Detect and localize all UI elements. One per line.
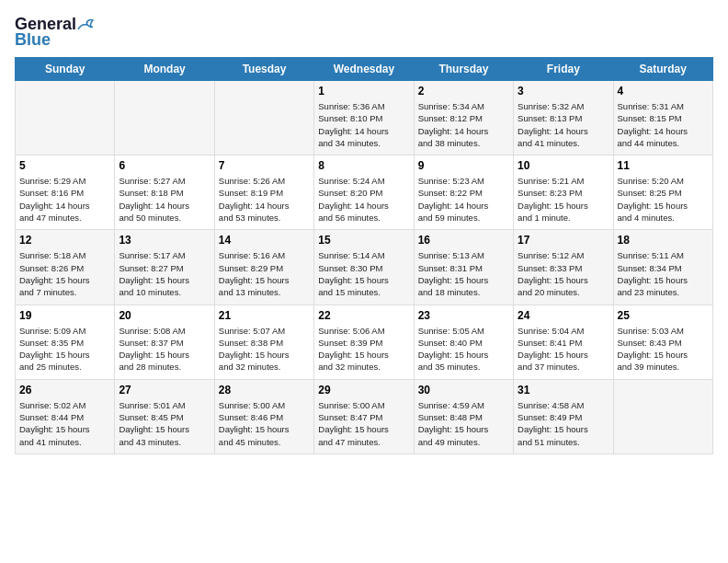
calendar-cell: 24Sunrise: 5:04 AM Sunset: 8:41 PM Dayli… bbox=[514, 304, 613, 379]
calendar-cell: 21Sunrise: 5:07 AM Sunset: 8:38 PM Dayli… bbox=[214, 304, 313, 379]
day-number: 28 bbox=[219, 384, 310, 396]
calendar-cell: 25Sunrise: 5:03 AM Sunset: 8:43 PM Dayli… bbox=[613, 304, 712, 379]
calendar-cell: 7Sunrise: 5:26 AM Sunset: 8:19 PM Daylig… bbox=[214, 155, 313, 230]
calendar-cell: 10Sunrise: 5:21 AM Sunset: 8:23 PM Dayli… bbox=[514, 155, 613, 230]
calendar-week-5: 26Sunrise: 5:02 AM Sunset: 8:44 PM Dayli… bbox=[16, 379, 713, 454]
day-content: Sunrise: 5:17 AM Sunset: 8:27 PM Dayligh… bbox=[119, 249, 210, 298]
day-content: Sunrise: 5:00 AM Sunset: 8:47 PM Dayligh… bbox=[318, 399, 409, 448]
day-number: 13 bbox=[119, 234, 210, 247]
day-number: 17 bbox=[518, 234, 609, 247]
day-content: Sunrise: 5:21 AM Sunset: 8:23 PM Dayligh… bbox=[518, 175, 609, 224]
calendar-cell: 28Sunrise: 5:00 AM Sunset: 8:46 PM Dayli… bbox=[214, 379, 313, 454]
calendar-cell: 8Sunrise: 5:24 AM Sunset: 8:20 PM Daylig… bbox=[314, 155, 414, 230]
day-number: 3 bbox=[518, 85, 609, 98]
day-number: 11 bbox=[618, 159, 709, 172]
page-header: General Blue bbox=[15, 15, 713, 50]
calendar-cell bbox=[214, 81, 313, 155]
day-content: Sunrise: 5:09 AM Sunset: 8:35 PM Dayligh… bbox=[19, 325, 110, 373]
calendar-cell bbox=[115, 81, 214, 155]
calendar-cell: 12Sunrise: 5:18 AM Sunset: 8:26 PM Dayli… bbox=[16, 230, 115, 304]
calendar-cell: 18Sunrise: 5:11 AM Sunset: 8:34 PM Dayli… bbox=[613, 230, 712, 304]
day-content: Sunrise: 5:31 AM Sunset: 8:15 PM Dayligh… bbox=[618, 100, 709, 149]
calendar-cell: 9Sunrise: 5:23 AM Sunset: 8:22 PM Daylig… bbox=[414, 155, 513, 230]
calendar-week-1: 1Sunrise: 5:36 AM Sunset: 8:10 PM Daylig… bbox=[16, 81, 713, 155]
calendar-header: SundayMondayTuesdayWednesdayThursdayFrid… bbox=[16, 58, 713, 81]
calendar-week-2: 5Sunrise: 5:29 AM Sunset: 8:16 PM Daylig… bbox=[16, 155, 713, 230]
day-content: Sunrise: 5:05 AM Sunset: 8:40 PM Dayligh… bbox=[418, 325, 509, 373]
calendar-cell: 26Sunrise: 5:02 AM Sunset: 8:44 PM Dayli… bbox=[16, 379, 115, 454]
day-number: 16 bbox=[418, 234, 509, 247]
day-content: Sunrise: 5:08 AM Sunset: 8:37 PM Dayligh… bbox=[119, 325, 210, 373]
day-content: Sunrise: 5:23 AM Sunset: 8:22 PM Dayligh… bbox=[418, 175, 509, 224]
day-number: 21 bbox=[219, 309, 310, 322]
header-wednesday: Wednesday bbox=[314, 58, 414, 81]
header-row: SundayMondayTuesdayWednesdayThursdayFrid… bbox=[16, 58, 713, 81]
header-friday: Friday bbox=[514, 58, 613, 81]
day-content: Sunrise: 5:29 AM Sunset: 8:16 PM Dayligh… bbox=[19, 175, 110, 224]
day-content: Sunrise: 5:24 AM Sunset: 8:20 PM Dayligh… bbox=[318, 175, 409, 224]
calendar-cell bbox=[16, 81, 115, 155]
calendar-cell bbox=[613, 379, 712, 454]
day-content: Sunrise: 5:13 AM Sunset: 8:31 PM Dayligh… bbox=[418, 249, 509, 298]
day-number: 10 bbox=[518, 159, 609, 172]
day-number: 5 bbox=[19, 159, 110, 172]
calendar-cell: 2Sunrise: 5:34 AM Sunset: 8:12 PM Daylig… bbox=[414, 81, 513, 155]
day-number: 24 bbox=[518, 309, 609, 322]
header-sunday: Sunday bbox=[16, 58, 115, 81]
day-number: 15 bbox=[318, 234, 409, 247]
calendar-table: SundayMondayTuesdayWednesdayThursdayFrid… bbox=[15, 57, 713, 454]
day-number: 9 bbox=[418, 159, 509, 172]
day-number: 26 bbox=[19, 384, 110, 396]
day-number: 20 bbox=[119, 309, 210, 322]
calendar-cell: 23Sunrise: 5:05 AM Sunset: 8:40 PM Dayli… bbox=[414, 304, 513, 379]
day-content: Sunrise: 5:27 AM Sunset: 8:18 PM Dayligh… bbox=[119, 175, 210, 224]
calendar-cell: 30Sunrise: 4:59 AM Sunset: 8:48 PM Dayli… bbox=[414, 379, 513, 454]
day-content: Sunrise: 5:00 AM Sunset: 8:46 PM Dayligh… bbox=[219, 399, 310, 448]
day-number: 31 bbox=[518, 384, 609, 396]
calendar-week-4: 19Sunrise: 5:09 AM Sunset: 8:35 PM Dayli… bbox=[16, 304, 713, 379]
calendar-cell: 27Sunrise: 5:01 AM Sunset: 8:45 PM Dayli… bbox=[115, 379, 214, 454]
calendar-cell: 6Sunrise: 5:27 AM Sunset: 8:18 PM Daylig… bbox=[115, 155, 214, 230]
calendar-cell: 15Sunrise: 5:14 AM Sunset: 8:30 PM Dayli… bbox=[314, 230, 414, 304]
calendar-cell: 13Sunrise: 5:17 AM Sunset: 8:27 PM Dayli… bbox=[115, 230, 214, 304]
calendar-cell: 20Sunrise: 5:08 AM Sunset: 8:37 PM Dayli… bbox=[115, 304, 214, 379]
day-content: Sunrise: 5:06 AM Sunset: 8:39 PM Dayligh… bbox=[318, 325, 409, 373]
day-content: Sunrise: 5:01 AM Sunset: 8:45 PM Dayligh… bbox=[119, 399, 210, 448]
calendar-cell: 11Sunrise: 5:20 AM Sunset: 8:25 PM Dayli… bbox=[613, 155, 712, 230]
calendar-cell: 19Sunrise: 5:09 AM Sunset: 8:35 PM Dayli… bbox=[16, 304, 115, 379]
calendar-cell: 16Sunrise: 5:13 AM Sunset: 8:31 PM Dayli… bbox=[414, 230, 513, 304]
calendar-cell: 31Sunrise: 4:58 AM Sunset: 8:49 PM Dayli… bbox=[514, 379, 613, 454]
day-number: 2 bbox=[418, 85, 509, 98]
calendar-week-3: 12Sunrise: 5:18 AM Sunset: 8:26 PM Dayli… bbox=[16, 230, 713, 304]
calendar-cell: 5Sunrise: 5:29 AM Sunset: 8:16 PM Daylig… bbox=[16, 155, 115, 230]
day-content: Sunrise: 5:11 AM Sunset: 8:34 PM Dayligh… bbox=[618, 249, 709, 298]
day-content: Sunrise: 5:04 AM Sunset: 8:41 PM Dayligh… bbox=[518, 325, 609, 373]
header-saturday: Saturday bbox=[613, 58, 712, 81]
logo: General Blue bbox=[15, 15, 97, 50]
calendar-cell: 1Sunrise: 5:36 AM Sunset: 8:10 PM Daylig… bbox=[314, 81, 414, 155]
day-content: Sunrise: 5:07 AM Sunset: 8:38 PM Dayligh… bbox=[219, 325, 310, 373]
calendar-cell: 4Sunrise: 5:31 AM Sunset: 8:15 PM Daylig… bbox=[613, 81, 712, 155]
day-number: 19 bbox=[19, 309, 110, 322]
calendar-cell: 3Sunrise: 5:32 AM Sunset: 8:13 PM Daylig… bbox=[514, 81, 613, 155]
day-content: Sunrise: 5:26 AM Sunset: 8:19 PM Dayligh… bbox=[219, 175, 310, 224]
day-number: 1 bbox=[318, 85, 409, 98]
header-tuesday: Tuesday bbox=[214, 58, 313, 81]
day-content: Sunrise: 5:20 AM Sunset: 8:25 PM Dayligh… bbox=[618, 175, 709, 224]
day-number: 23 bbox=[418, 309, 509, 322]
calendar-cell: 29Sunrise: 5:00 AM Sunset: 8:47 PM Dayli… bbox=[314, 379, 414, 454]
day-number: 14 bbox=[219, 234, 310, 247]
day-content: Sunrise: 4:58 AM Sunset: 8:49 PM Dayligh… bbox=[518, 399, 609, 448]
day-content: Sunrise: 5:03 AM Sunset: 8:43 PM Dayligh… bbox=[618, 325, 709, 373]
calendar-cell: 22Sunrise: 5:06 AM Sunset: 8:39 PM Dayli… bbox=[314, 304, 414, 379]
day-number: 27 bbox=[119, 384, 210, 396]
day-content: Sunrise: 5:02 AM Sunset: 8:44 PM Dayligh… bbox=[19, 399, 110, 448]
day-content: Sunrise: 5:34 AM Sunset: 8:12 PM Dayligh… bbox=[418, 100, 509, 149]
day-number: 30 bbox=[418, 384, 509, 396]
day-content: Sunrise: 5:14 AM Sunset: 8:30 PM Dayligh… bbox=[318, 249, 409, 298]
day-number: 25 bbox=[618, 309, 709, 322]
day-number: 29 bbox=[318, 384, 409, 396]
day-content: Sunrise: 5:16 AM Sunset: 8:29 PM Dayligh… bbox=[219, 249, 310, 298]
day-content: Sunrise: 5:18 AM Sunset: 8:26 PM Dayligh… bbox=[19, 249, 110, 298]
day-number: 18 bbox=[618, 234, 709, 247]
